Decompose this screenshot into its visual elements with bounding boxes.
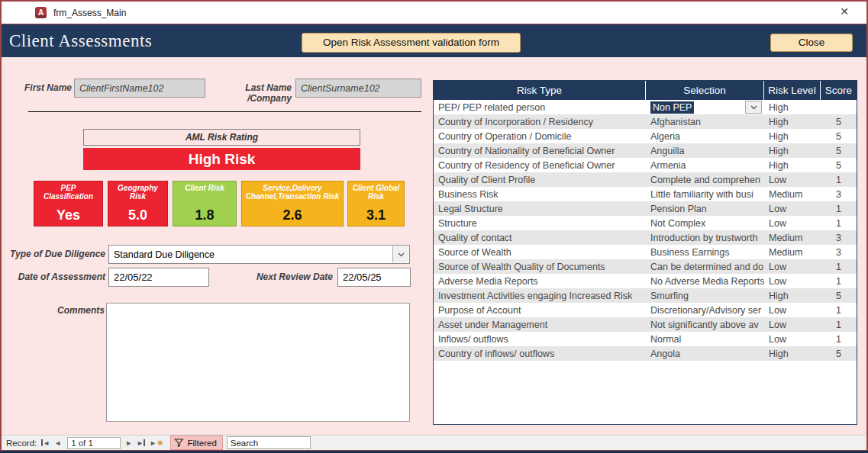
table-row[interactable]: Investment Activities engaging Increased… bbox=[434, 288, 857, 303]
table-row[interactable]: Legal StructurePension PlanLow1 bbox=[434, 201, 857, 216]
cell-risk-level: Low bbox=[764, 303, 821, 317]
cell-risk-level: Medium bbox=[764, 245, 821, 259]
cell-selection[interactable]: Anguilla bbox=[646, 143, 764, 158]
cell-score: 1 bbox=[821, 303, 857, 317]
table-row[interactable]: PEP/ PEP related personNon PEPHigh bbox=[434, 100, 857, 114]
filtered-toggle-button[interactable]: Filtered bbox=[170, 435, 222, 450]
table-row[interactable]: Source of Wealth Quality of DocumentsCan… bbox=[434, 259, 857, 274]
cell-selection[interactable]: Armenia bbox=[646, 158, 764, 172]
cell-selection[interactable]: Complete and comprehen bbox=[646, 172, 764, 187]
close-button[interactable]: Close bbox=[770, 34, 853, 52]
table-row[interactable]: Country of Operation / DomicileAlgeriaHi… bbox=[434, 129, 857, 143]
date-of-assessment-label: Date of Assessment bbox=[9, 271, 105, 282]
cell-selection[interactable]: Not Complex bbox=[646, 216, 764, 230]
cell-score: 5 bbox=[821, 288, 857, 303]
first-record-icon[interactable]: ◄ bbox=[41, 439, 50, 447]
cell-selection[interactable]: Discretionary/Advisory ser bbox=[646, 303, 764, 317]
chevron-down-icon[interactable] bbox=[392, 246, 408, 262]
risk-box-value: 1.8 bbox=[173, 207, 236, 226]
cell-selection[interactable]: Little familiarity with busi bbox=[646, 187, 764, 201]
cell-risk-type: Quality of Client Profile bbox=[434, 172, 646, 187]
cell-risk-type: Asset under Management bbox=[434, 317, 646, 332]
search-input[interactable] bbox=[227, 436, 311, 449]
table-row[interactable]: Source of WealthBusiness EarningsMedium3 bbox=[434, 245, 857, 259]
cell-selection[interactable]: Normal bbox=[646, 332, 764, 346]
record-position-field[interactable]: 1 of 1 bbox=[67, 437, 121, 449]
risk-box-label: Client Global Risk bbox=[348, 182, 404, 201]
table-row[interactable]: Country of Incorporation / ResidencyAfgh… bbox=[434, 114, 857, 129]
cell-risk-type: Country of Incorporation / Residency bbox=[434, 114, 646, 129]
last-record-icon[interactable]: ► bbox=[137, 439, 145, 447]
cell-score bbox=[821, 100, 857, 114]
column-header-risk-type: Risk Type bbox=[434, 81, 646, 100]
cell-risk-level: Low bbox=[764, 216, 821, 230]
table-row[interactable]: Quality of contactIntroduction by trustw… bbox=[434, 230, 857, 245]
table-row[interactable]: Country of Nationality of Beneficial Own… bbox=[434, 143, 857, 158]
cell-risk-type: Inflows/ outflows bbox=[434, 332, 646, 346]
cell-risk-level: Medium bbox=[764, 230, 821, 245]
cell-selection[interactable]: Not significantly above av bbox=[646, 317, 764, 332]
risk-box-label: Client Risk bbox=[173, 182, 236, 192]
record-label: Record: bbox=[6, 439, 37, 448]
record-navigation-bar: Record: ◄ ◄ 1 of 1 ► ► ► ✱ Filtered bbox=[2, 435, 866, 450]
table-row[interactable]: Adverse Media ReportsNo Adverse Media Re… bbox=[434, 274, 857, 288]
pep-classification-box: PEP Classification Yes bbox=[34, 181, 103, 226]
table-row[interactable]: StructureNot ComplexLow1 bbox=[434, 216, 857, 230]
table-row[interactable]: Business RiskLittle familiarity with bus… bbox=[434, 187, 857, 201]
cell-risk-level: Low bbox=[764, 317, 821, 332]
filtered-label: Filtered bbox=[187, 439, 216, 448]
risk-box-value: 5.0 bbox=[108, 207, 167, 226]
form-body: First Name ClientFirstName102 Last Name … bbox=[2, 57, 866, 435]
cell-selection[interactable]: Algeria bbox=[646, 129, 764, 143]
cell-score: 3 bbox=[821, 245, 857, 259]
divider-line bbox=[28, 111, 421, 112]
next-record-icon[interactable]: ► bbox=[125, 439, 132, 447]
cell-risk-type: Purpose of Account bbox=[434, 303, 646, 317]
table-row[interactable]: Asset under ManagementNot significantly … bbox=[434, 317, 857, 332]
column-header-risk-level: Risk Level bbox=[764, 81, 821, 100]
cell-score: 3 bbox=[821, 230, 857, 245]
client-global-risk-box: Client Global Risk 3.1 bbox=[347, 181, 405, 226]
cell-selection[interactable]: Business Earnings bbox=[646, 245, 764, 259]
new-record-icon[interactable]: ► ✱ bbox=[150, 439, 163, 447]
cell-selection[interactable]: Can be determined and do bbox=[646, 259, 764, 274]
cell-selection[interactable]: Afghanistan bbox=[646, 114, 764, 129]
cell-risk-level: High bbox=[764, 346, 821, 361]
cell-risk-type: Legal Structure bbox=[434, 201, 646, 216]
cell-selection[interactable]: Angola bbox=[646, 346, 764, 361]
cell-selection[interactable]: No Adverse Media Reports bbox=[646, 274, 764, 288]
date-of-assessment-field[interactable]: 22/05/22 bbox=[108, 268, 209, 287]
table-row[interactable]: Inflows/ outflowsNormalLow1 bbox=[434, 332, 857, 346]
cell-selection[interactable]: Pension Plan bbox=[646, 201, 764, 216]
cell-risk-type: Country of Residency of Beneficial Owner bbox=[434, 158, 646, 172]
close-icon[interactable]: ✕ bbox=[837, 5, 851, 18]
cell-selection[interactable]: Smurfing bbox=[646, 288, 764, 303]
column-header-selection: Selection bbox=[646, 81, 764, 100]
cell-risk-type: Country of Operation / Domicile bbox=[434, 129, 646, 143]
form-header: Client Assessments Open Risk Assessment … bbox=[2, 24, 866, 57]
cell-selection[interactable]: Non PEP bbox=[646, 100, 764, 114]
cell-selection[interactable]: Introduction by trustworth bbox=[646, 230, 764, 245]
table-header-row: Risk Type Selection Risk Level Score bbox=[434, 81, 857, 100]
column-header-score: Score bbox=[821, 81, 857, 100]
due-diligence-value: Standard Due Diligence bbox=[114, 249, 215, 260]
last-name-field[interactable]: ClientSurname102 bbox=[295, 79, 421, 98]
open-validation-form-button[interactable]: Open Risk Assessment validation form bbox=[302, 33, 521, 53]
cell-risk-level: High bbox=[764, 158, 821, 172]
first-name-label: First Name bbox=[12, 82, 72, 93]
chevron-down-icon[interactable] bbox=[745, 101, 762, 114]
table-row[interactable]: Country of Residency of Beneficial Owner… bbox=[434, 158, 857, 172]
comments-field[interactable] bbox=[106, 303, 410, 422]
table-row[interactable]: Country of inflows/ outflowsAngolaHigh5 bbox=[434, 346, 857, 361]
previous-record-icon[interactable]: ◄ bbox=[54, 439, 61, 447]
table-row[interactable]: Purpose of AccountDiscretionary/Advisory… bbox=[434, 303, 857, 317]
cell-risk-type: Source of Wealth Quality of Documents bbox=[434, 259, 646, 274]
first-name-field[interactable]: ClientFirstName102 bbox=[74, 79, 205, 98]
risk-box-label: PEP Classification bbox=[34, 182, 102, 201]
table-row[interactable]: Quality of Client ProfileComplete and co… bbox=[434, 172, 857, 187]
due-diligence-combobox[interactable]: Standard Due Diligence bbox=[108, 245, 410, 264]
next-review-date-field[interactable]: 22/05/25 bbox=[337, 268, 411, 287]
cell-score: 1 bbox=[821, 216, 857, 230]
cell-risk-type: Business Risk bbox=[434, 187, 646, 201]
cell-risk-level: Low bbox=[764, 172, 821, 187]
